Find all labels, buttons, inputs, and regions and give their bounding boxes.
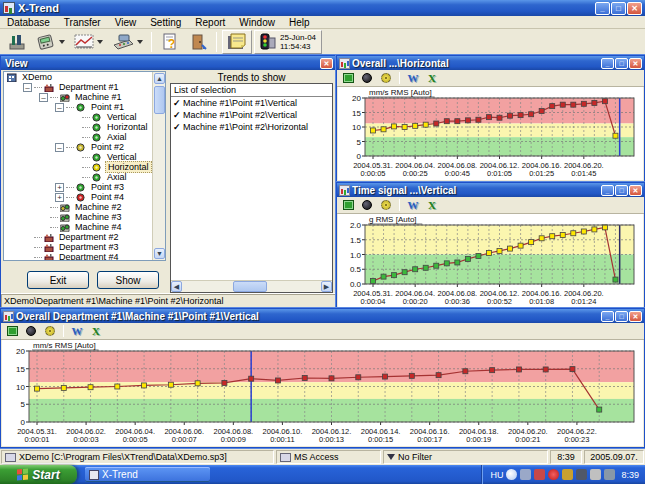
maximize-button[interactable]: □ <box>615 311 628 322</box>
clock-icon[interactable] <box>359 198 375 212</box>
tree-item[interactable]: Machine #4 <box>4 222 152 232</box>
close-button[interactable]: ✕ <box>629 185 642 196</box>
scroll-right-icon[interactable]: ▶ <box>321 281 332 292</box>
trend-list-item[interactable]: ✓Machine #1\Point #2\Vertical <box>171 109 332 121</box>
menu-item-transfer[interactable]: Transfer <box>57 17 108 28</box>
trend-list-item[interactable]: ✓Machine #1\Point #2\Horizontal <box>171 121 332 133</box>
tree-item-label[interactable]: Vertical <box>105 112 139 122</box>
keyboard-locale-indicator[interactable]: HU <box>490 470 503 480</box>
settings-gear-icon[interactable] <box>378 71 394 85</box>
menu-item-window[interactable]: Window <box>232 17 282 28</box>
tree-item-label[interactable]: Axial <box>105 132 129 142</box>
chart-type-icon[interactable] <box>340 198 356 212</box>
update-icon[interactable] <box>534 469 545 480</box>
menu-item-view[interactable]: View <box>108 17 144 28</box>
word-export-icon[interactable] <box>69 324 85 338</box>
traffic-light-icon[interactable]: 25-Jún-04 11:54:43 <box>254 30 322 54</box>
tree-item[interactable]: –Point #1 <box>4 102 152 112</box>
tree-item-label[interactable]: Point #4 <box>89 192 126 202</box>
trend-chart-icon[interactable] <box>70 30 106 54</box>
tree-item-label[interactable]: Point #1 <box>89 102 126 112</box>
settings-gear-icon[interactable] <box>42 324 58 338</box>
tree-vertical-scrollbar[interactable]: ▲ ▼ <box>152 72 165 260</box>
dropdown-arrow-icon[interactable] <box>137 40 143 44</box>
trends-horizontal-scrollbar[interactable]: ◀ ▶ <box>171 280 332 292</box>
collapse-icon[interactable]: – <box>39 93 48 102</box>
minimize-button[interactable]: _ <box>601 311 614 322</box>
tree-item-label[interactable]: Machine #1 <box>73 92 124 102</box>
collapse-icon[interactable]: – <box>55 103 64 112</box>
tree-item-label[interactable]: Machine #4 <box>73 222 124 232</box>
view-close-button[interactable]: ✕ <box>320 58 333 69</box>
tree-item-label[interactable]: Machine #2 <box>73 202 124 212</box>
collapse-icon[interactable]: – <box>23 83 32 92</box>
maximize-button[interactable]: □ <box>615 58 628 69</box>
tree-item[interactable]: Machine #2 <box>4 202 152 212</box>
tree-item-label[interactable]: Machine #3 <box>73 212 124 222</box>
exit-icon[interactable] <box>185 30 211 54</box>
tree-item[interactable]: Department #3 <box>4 242 152 252</box>
tree-item-label[interactable]: Department #4 <box>57 252 121 260</box>
tree-item[interactable]: XDemo <box>4 72 152 82</box>
show-button[interactable]: Show <box>97 271 159 289</box>
scroll-up-icon[interactable]: ▲ <box>154 73 165 84</box>
measurement-device-icon[interactable] <box>108 30 146 54</box>
minimize-button[interactable]: _ <box>601 185 614 196</box>
scrollbar-thumb[interactable] <box>233 281 267 292</box>
tree-item[interactable]: –Department #1 <box>4 82 152 92</box>
tree-item[interactable]: –Machine #1 <box>4 92 152 102</box>
tree-item[interactable]: Horizontal <box>4 122 152 132</box>
clock-icon[interactable] <box>23 324 39 338</box>
hourglass-icon[interactable] <box>576 469 587 480</box>
tree-item-label[interactable]: Horizontal <box>105 122 150 132</box>
minimize-button[interactable]: _ <box>601 58 614 69</box>
exit-button[interactable]: Exit <box>27 271 89 289</box>
tree-item[interactable]: Department #2 <box>4 232 152 242</box>
tree-item-label[interactable]: Department #2 <box>57 232 121 242</box>
trend-chart-plot[interactable]: 2.01.51.00.50.02004.05.31.0:00:042004.06… <box>338 214 643 308</box>
trend-chart-plot[interactable]: 201510502004.05.31.0:00:052004.06.04.0:0… <box>338 87 643 180</box>
notepad-icon[interactable] <box>222 30 252 54</box>
menu-item-setting[interactable]: Setting <box>143 17 188 28</box>
tree-item[interactable]: Horizontal <box>4 162 152 172</box>
tree-item[interactable]: Machine #3 <box>4 212 152 222</box>
close-button[interactable]: ✕ <box>629 311 642 322</box>
word-export-icon[interactable] <box>405 198 421 212</box>
tree-item-label[interactable]: Axial <box>105 172 129 182</box>
tree-item-label[interactable]: XDemo <box>20 72 54 82</box>
scroll-down-icon[interactable]: ▼ <box>154 248 165 259</box>
scheduler-icon[interactable] <box>562 469 573 480</box>
excel-export-icon[interactable] <box>88 324 104 338</box>
tray-collapse-icon[interactable] <box>506 469 517 480</box>
tree-item[interactable]: Department #4 <box>4 252 152 260</box>
taskbar-task-xtrend[interactable]: X-Trend <box>85 467 210 482</box>
tree-item-label[interactable]: Point #2 <box>89 142 126 152</box>
excel-export-icon[interactable] <box>424 198 440 212</box>
display-icon[interactable] <box>604 469 615 480</box>
tree-item[interactable]: Axial <box>4 172 152 182</box>
menu-item-help[interactable]: Help <box>282 17 317 28</box>
menu-item-database[interactable]: Database <box>0 17 57 28</box>
tree-item[interactable]: +Point #3 <box>4 182 152 192</box>
chart-type-icon[interactable] <box>4 324 20 338</box>
menu-item-report[interactable]: Report <box>188 17 232 28</box>
maximize-button[interactable]: □ <box>615 185 628 196</box>
word-export-icon[interactable] <box>405 71 421 85</box>
help-icon[interactable]: ? <box>157 30 183 54</box>
security-alert-icon[interactable] <box>548 469 559 480</box>
tree-item[interactable]: –Point #2 <box>4 142 152 152</box>
scroll-left-icon[interactable]: ◀ <box>171 281 182 292</box>
tree-item-label[interactable]: Point #3 <box>89 182 126 192</box>
expand-icon[interactable]: + <box>55 183 64 192</box>
machine-status-icon[interactable] <box>4 30 30 54</box>
start-button[interactable]: Start <box>0 465 77 484</box>
tree-item[interactable]: Vertical <box>4 112 152 122</box>
expand-icon[interactable]: + <box>55 193 64 202</box>
tree-item-label[interactable]: Department #1 <box>57 82 121 92</box>
tree-item[interactable]: +Point #4 <box>4 192 152 202</box>
maximize-button[interactable]: □ <box>611 2 626 15</box>
chart-type-icon[interactable] <box>340 71 356 85</box>
taskbar-clock[interactable]: 8:39 <box>621 470 639 480</box>
close-button[interactable]: ✕ <box>627 2 642 15</box>
clock-icon[interactable] <box>359 71 375 85</box>
